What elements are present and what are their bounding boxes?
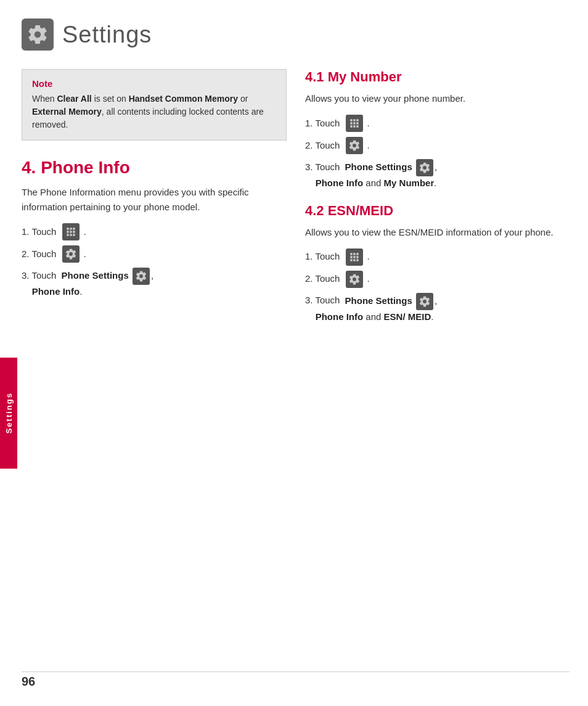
gear-icon-4-1-2: [346, 137, 363, 154]
page-header: Settings: [22, 18, 570, 51]
apps-icon-4-2-1: [346, 248, 363, 266]
note-box: Note When Clear All is set on Handset Co…: [22, 69, 287, 141]
page-number: 96: [22, 675, 35, 689]
step-4-2-3: 3. Touch Phone Settings , Phone Info and…: [305, 293, 570, 324]
note-title: Note: [32, 78, 276, 89]
section-4-body: The Phone Information menu provides you …: [22, 185, 287, 215]
step-4-3: 3. Touch Phone Settings , Phone Info.: [22, 268, 287, 299]
section-4-1-heading: 4.1 My Number: [305, 69, 570, 85]
step-4-2: 2. Touch .: [22, 245, 287, 263]
note-text: When Clear All is set on Handset Common …: [32, 92, 276, 131]
gear-icon-4-2-2: [346, 271, 363, 288]
section-4-steps: 1. Touch . 2. Touch .: [22, 223, 287, 299]
step-4-2-2: 2. Touch .: [305, 271, 570, 288]
step-4-1-3: 3. Touch Phone Settings , Phone Info and…: [305, 159, 570, 191]
gear-icon-4-2-3: [416, 293, 433, 310]
sidebar-tab: Settings: [0, 358, 17, 469]
step-4-1: 1. Touch .: [22, 223, 287, 240]
section-4-1-steps: 1. Touch . 2. Touch .: [305, 115, 570, 191]
section-4-2-heading: 4.2 ESN/MEID: [305, 203, 570, 219]
step-4-1-2: 2. Touch .: [305, 137, 570, 154]
step-4-2-1: 1. Touch .: [305, 248, 570, 266]
apps-icon-4-1-1: [346, 115, 363, 132]
section-4-2-steps: 1. Touch . 2. Touch .: [305, 248, 570, 324]
step-4-1-1: 1. Touch .: [305, 115, 570, 132]
right-column: 4.1 My Number Allows you to view your ph…: [305, 69, 570, 336]
header-settings-icon: [22, 18, 54, 51]
section-4-2-body: Allows you to view the ESN/MEID informat…: [305, 225, 570, 240]
section-4-heading: 4. Phone Info: [22, 158, 287, 178]
gear-icon-step4-2: [62, 245, 80, 263]
left-column: Note When Clear All is set on Handset Co…: [22, 69, 287, 336]
apps-icon-step4-1: [62, 223, 80, 240]
gear-icon-4-1-3: [416, 159, 433, 176]
sidebar-tab-label: Settings: [4, 392, 14, 433]
gear-icon-step4-3: [133, 268, 150, 285]
bottom-divider: [22, 671, 570, 672]
page-title: Settings: [62, 22, 152, 48]
section-4-1-body: Allows you to view your phone number.: [305, 91, 570, 106]
